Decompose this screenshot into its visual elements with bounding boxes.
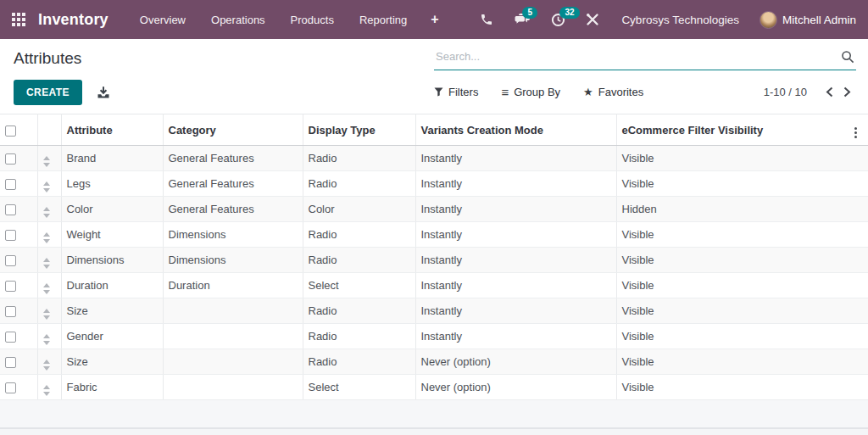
drag-handle-icon[interactable] [43, 207, 50, 218]
cell-category[interactable]: Dimensions [163, 222, 303, 248]
table-row[interactable]: Dimensions Dimensions Radio Instantly Vi… [0, 248, 868, 273]
messages-button[interactable]: 5 [514, 13, 531, 26]
drag-handle-icon[interactable] [43, 334, 50, 345]
cell-category[interactable]: General Features [163, 197, 303, 222]
table-row[interactable]: Fabric Select Never (option) Visible [0, 375, 868, 400]
cell-attribute[interactable]: Dimensions [61, 248, 163, 273]
cell-display-type[interactable]: Radio [303, 146, 415, 171]
table-row[interactable]: Legs General Features Radio Instantly Vi… [0, 171, 868, 197]
row-checkbox[interactable] [5, 230, 16, 241]
nav-plus-button[interactable]: + [420, 0, 449, 39]
cell-attribute[interactable]: Gender [61, 324, 163, 349]
cell-display-type[interactable]: Radio [303, 222, 415, 248]
cell-variants-creation-mode[interactable]: Instantly [415, 273, 616, 298]
cell-variants-creation-mode[interactable]: Instantly [415, 298, 616, 324]
cell-category[interactable]: General Features [163, 171, 303, 197]
row-checkbox[interactable] [5, 332, 16, 343]
column-header-ecommerce-filter-visibility[interactable]: eCommerce Filter Visibility [616, 114, 848, 146]
row-checkbox[interactable] [5, 306, 16, 317]
cell-attribute[interactable]: Size [61, 349, 163, 375]
favorites-button[interactable]: ★ Favorites [583, 86, 643, 98]
optional-columns-icon[interactable] [853, 125, 859, 140]
drag-handle-icon[interactable] [43, 232, 50, 243]
cell-attribute[interactable]: Legs [61, 171, 163, 197]
cell-attribute[interactable]: Fabric [61, 375, 163, 400]
select-all-checkbox[interactable] [5, 125, 16, 137]
group-by-button[interactable]: ≡ Group By [501, 86, 560, 98]
table-row[interactable]: Size Radio Instantly Visible [0, 298, 868, 324]
row-checkbox[interactable] [5, 255, 16, 266]
company-switcher[interactable]: Cybrosys Technologies [621, 14, 739, 26]
cell-variants-creation-mode[interactable]: Instantly [415, 324, 616, 349]
cell-display-type[interactable]: Radio [303, 171, 415, 197]
cell-display-type[interactable]: Radio [303, 248, 415, 273]
debug-tools-button[interactable] [586, 13, 599, 26]
activities-button[interactable]: 32 [551, 13, 565, 27]
cell-category[interactable]: Duration [163, 273, 303, 298]
search-input[interactable] [434, 50, 856, 66]
cell-ecommerce-filter-visibility[interactable]: Visible [616, 298, 848, 324]
table-row[interactable]: Color General Features Color Instantly H… [0, 197, 868, 222]
column-header-display-type[interactable]: Display Type [303, 114, 415, 146]
cell-variants-creation-mode[interactable]: Never (option) [415, 375, 616, 400]
search-icon[interactable] [841, 50, 854, 67]
cell-variants-creation-mode[interactable]: Instantly [415, 146, 616, 171]
cell-ecommerce-filter-visibility[interactable]: Visible [616, 146, 848, 171]
cell-category[interactable] [163, 298, 303, 324]
cell-ecommerce-filter-visibility[interactable]: Visible [616, 324, 848, 349]
cell-display-type[interactable]: Radio [303, 349, 415, 375]
row-checkbox[interactable] [5, 357, 16, 368]
cell-display-type[interactable]: Radio [303, 298, 415, 324]
column-header-variants-creation-mode[interactable]: Variants Creation Mode [415, 114, 616, 146]
row-checkbox[interactable] [5, 179, 16, 190]
filters-button[interactable]: Filters [434, 86, 478, 98]
cell-display-type[interactable]: Color [303, 197, 415, 222]
drag-handle-icon[interactable] [43, 156, 50, 167]
drag-handle-icon[interactable] [43, 258, 50, 269]
nav-item-reporting[interactable]: Reporting [347, 0, 420, 39]
cell-attribute[interactable]: Color [61, 197, 163, 222]
cell-category[interactable] [163, 375, 303, 400]
cell-category[interactable]: Dimensions [163, 248, 303, 273]
cell-variants-creation-mode[interactable]: Instantly [415, 248, 616, 273]
cell-attribute[interactable]: Duration [61, 273, 163, 298]
cell-category[interactable] [163, 324, 303, 349]
table-row[interactable]: Weight Dimensions Radio Instantly Visibl… [0, 222, 868, 248]
apps-menu-icon[interactable] [12, 13, 25, 26]
drag-handle-icon[interactable] [43, 181, 50, 192]
table-row[interactable]: Duration Duration Select Instantly Visib… [0, 273, 868, 298]
cell-variants-creation-mode[interactable]: Instantly [415, 171, 616, 197]
cell-ecommerce-filter-visibility[interactable]: Visible [616, 375, 848, 400]
column-header-attribute[interactable]: Attribute [61, 114, 163, 146]
cell-display-type[interactable]: Select [303, 273, 415, 298]
cell-attribute[interactable]: Weight [61, 222, 163, 248]
cell-display-type[interactable]: Select [303, 375, 415, 400]
table-row[interactable]: Brand General Features Radio Instantly V… [0, 146, 868, 171]
cell-category[interactable] [163, 349, 303, 375]
table-row[interactable]: Size Radio Never (option) Visible [0, 349, 868, 375]
cell-ecommerce-filter-visibility[interactable]: Visible [616, 273, 848, 298]
cell-attribute[interactable]: Size [61, 298, 163, 324]
export-button[interactable] [97, 86, 110, 99]
drag-handle-icon[interactable] [43, 360, 50, 371]
row-checkbox[interactable] [5, 281, 16, 292]
voip-phone-button[interactable] [480, 13, 493, 26]
cell-display-type[interactable]: Radio [303, 324, 415, 349]
row-checkbox[interactable] [5, 204, 16, 215]
row-checkbox[interactable] [5, 153, 16, 165]
pager-next-button[interactable] [838, 85, 856, 99]
cell-category[interactable]: General Features [163, 146, 303, 171]
user-menu[interactable]: Mitchell Admin [760, 11, 856, 29]
create-button[interactable]: CREATE [14, 80, 82, 105]
drag-handle-icon[interactable] [43, 385, 50, 396]
table-row[interactable]: Gender Radio Instantly Visible [0, 324, 868, 349]
row-checkbox[interactable] [5, 382, 16, 393]
cell-ecommerce-filter-visibility[interactable]: Visible [616, 171, 848, 197]
cell-ecommerce-filter-visibility[interactable]: Hidden [616, 197, 848, 222]
cell-ecommerce-filter-visibility[interactable]: Visible [616, 222, 848, 248]
app-name[interactable]: Inventory [38, 11, 108, 29]
nav-item-products[interactable]: Products [278, 0, 347, 39]
cell-ecommerce-filter-visibility[interactable]: Visible [616, 349, 848, 375]
nav-item-overview[interactable]: Overview [127, 0, 198, 39]
pager-previous-button[interactable] [821, 85, 838, 99]
